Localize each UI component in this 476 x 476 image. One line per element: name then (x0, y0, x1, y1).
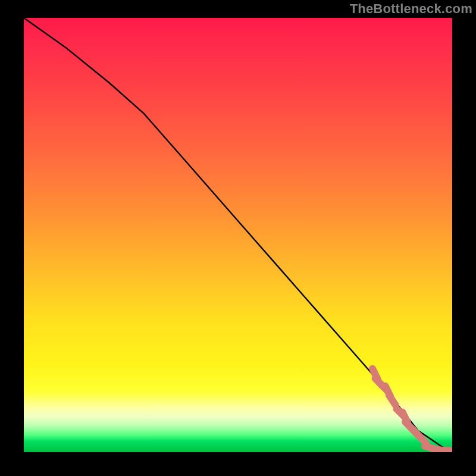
highlight-dash (446, 450, 452, 451)
chart-svg (24, 18, 452, 452)
highlight-dash (418, 435, 427, 443)
chart-frame: TheBottleneck.com (0, 0, 476, 476)
highlight-dash (389, 395, 396, 405)
series-highlight-points (372, 369, 452, 452)
plot-area (24, 18, 452, 452)
watermark-text: TheBottleneck.com (350, 1, 472, 17)
